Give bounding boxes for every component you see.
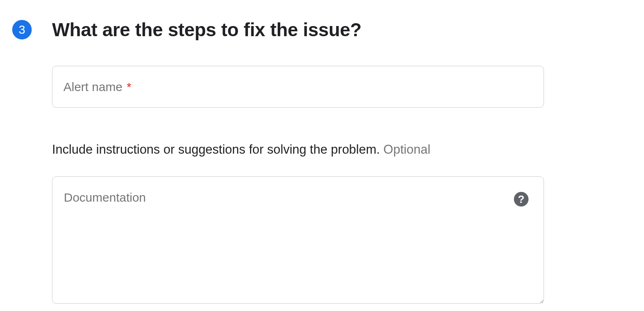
- alert-name-input[interactable]: [52, 66, 544, 108]
- step-content: Alert name * Include instructions or sug…: [52, 66, 544, 305]
- instructions-text: Include instructions or suggestions for …: [52, 142, 544, 157]
- step-header: 3 What are the steps to fix the issue?: [12, 19, 632, 41]
- step-number-badge: 3: [12, 20, 32, 39]
- documentation-field: ?: [52, 176, 544, 305]
- alert-name-field: Alert name *: [52, 66, 544, 108]
- step-section: 3 What are the steps to fix the issue? A…: [0, 0, 644, 305]
- instructions-optional-label: Optional: [383, 142, 430, 157]
- help-icon[interactable]: ?: [514, 192, 529, 207]
- documentation-textarea[interactable]: [52, 176, 544, 304]
- instructions-main: Include instructions or suggestions for …: [52, 142, 380, 157]
- step-title: What are the steps to fix the issue?: [52, 19, 361, 41]
